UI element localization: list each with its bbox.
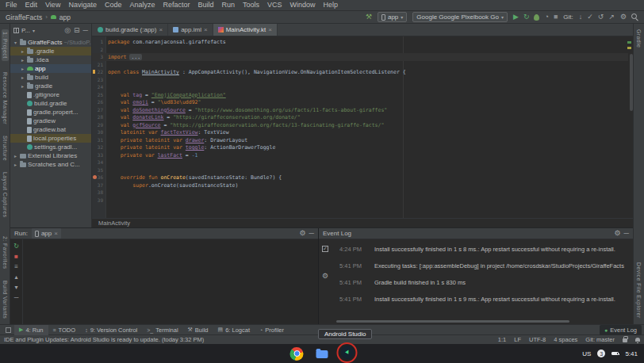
tree-item-gradlew-bat[interactable]: gradlew.bat <box>10 125 91 134</box>
hide-icon[interactable]: ─ <box>14 294 19 301</box>
pin-icon[interactable]: ≡ <box>14 263 18 270</box>
build-hammer-icon[interactable]: ⚒ <box>366 13 372 21</box>
code-line[interactable]: 36 override fun onCreate(savedInstanceSt… <box>92 174 628 182</box>
code-line[interactable]: 26 val emoji = "\ud83e\udd92" <box>92 98 628 106</box>
toolwindow-button-event-log[interactable]: ●Event Log <box>600 325 642 335</box>
settings-icon[interactable]: ⚙ <box>300 230 306 237</box>
minimize-icon[interactable]: ─ <box>309 230 314 237</box>
git-commit-icon[interactable]: ✓ <box>587 13 593 21</box>
code-line[interactable]: 28 val donateLink = "https://giraffecons… <box>92 113 628 121</box>
toolwindow-button-todo[interactable]: ≡TODO <box>48 325 81 335</box>
tree-item-giraffefacts[interactable]: ▾GiraffeFacts ~/StudioP... <box>10 38 91 47</box>
tool-button-resource-manager[interactable]: Resource Manager <box>2 72 8 124</box>
code-line[interactable]: 39 <box>92 197 628 204</box>
device-selector[interactable]: Google Google Pixelbook Go ▾ <box>412 12 508 22</box>
tool-button-build-variants[interactable]: Build Variants <box>2 281 8 319</box>
menu-item-navigate[interactable]: Navigate <box>64 0 101 10</box>
menu-item-window[interactable]: Window <box>286 0 320 10</box>
menu-item-file[interactable]: File <box>2 0 21 10</box>
toolwindow-quick-access-icon[interactable] <box>6 327 11 333</box>
code-line[interactable]: 21 <box>92 61 628 69</box>
settings-icon[interactable]: ⚙ <box>620 13 627 21</box>
code-line[interactable]: 24 <box>92 83 628 91</box>
toolwindow-button-9-version-control[interactable]: ↕9: Version Control <box>80 325 142 335</box>
search-everywhere-icon[interactable] <box>631 13 638 21</box>
android-studio-icon[interactable] <box>341 346 355 359</box>
clock[interactable]: 5:41 <box>625 350 638 357</box>
menu-item-run[interactable]: Run <box>218 0 240 10</box>
code-line[interactable]: 31 private lateinit var drawer: DrawerLa… <box>92 136 628 144</box>
menu-item-analyze[interactable]: Analyze <box>125 0 159 10</box>
project-panel-title[interactable]: P... <box>21 27 30 34</box>
tool-button-gradle[interactable]: Gradle <box>636 29 642 48</box>
tool-button-1-project[interactable]: 1: Project <box>2 29 9 61</box>
toolwindow-button-6-logcat[interactable]: ▤6: Logcat <box>213 325 255 335</box>
tree-item-scratches-and-c[interactable]: ▸Scratches and C... <box>10 160 91 169</box>
code-line[interactable]: 1package com.naranjaconsal.giraffefacts <box>92 38 628 46</box>
close-tab-icon[interactable]: × <box>204 26 208 33</box>
git-push-icon[interactable]: ↗ <box>608 13 615 21</box>
tree-item-gradle[interactable]: ▸.gradle <box>10 47 91 55</box>
up-icon[interactable]: ▴ <box>14 273 17 281</box>
event-log-entry[interactable]: 4:24 PMInstall successfully finished in … <box>339 246 630 253</box>
tool-button-structure[interactable]: Structure <box>2 136 8 161</box>
menu-item-help[interactable]: Help <box>320 0 343 10</box>
tree-item-gradle-propert[interactable]: gradle.propert... <box>10 108 91 117</box>
breadcrumb-module[interactable]: app <box>59 13 71 21</box>
locate-icon[interactable]: ◎ <box>64 27 71 34</box>
event-log-entry[interactable]: 5:41 PMInstall successfully finished in … <box>339 296 630 303</box>
close-icon[interactable]: × <box>54 230 58 237</box>
lock-icon[interactable] <box>623 338 627 342</box>
editor[interactable]: 1package com.naranjaconsal.giraffefacts2… <box>92 36 633 218</box>
event-log-entries[interactable]: 4:24 PMInstall successfully finished in … <box>339 246 630 303</box>
git-update-icon[interactable]: ↓ <box>579 13 583 21</box>
apply-changes-icon[interactable]: ↻ <box>523 13 530 21</box>
tool-button-layout-captures[interactable]: Layout Captures <box>2 172 8 217</box>
menu-item-view[interactable]: View <box>41 0 64 10</box>
log-settings-icon[interactable]: ⚙ <box>322 273 328 280</box>
menu-item-code[interactable]: Code <box>101 0 126 10</box>
settings-icon[interactable]: ⚙ <box>615 230 621 237</box>
tool-button-2-favorites[interactable]: 2: Favorites <box>2 236 8 269</box>
close-tab-icon[interactable]: × <box>268 26 272 33</box>
down-icon[interactable]: ▾ <box>14 284 17 291</box>
tree-item-local-properties[interactable]: local.properties <box>10 134 91 143</box>
menu-item-refactor[interactable]: Refactor <box>159 0 194 10</box>
menu-item-edit[interactable]: Edit <box>21 0 42 10</box>
stop-red-icon[interactable]: ■ <box>14 253 18 260</box>
toolwindow-button-4-run[interactable]: ▶4: Run <box>14 325 48 335</box>
status-message[interactable]: IDE and Plugin Updates: Android Studio i… <box>4 336 204 343</box>
tree-item-settings-gradl[interactable]: settings.gradl... <box>10 143 91 151</box>
toolwindow-button-build[interactable]: ⚒Build <box>183 325 213 335</box>
tree-item-external-libraries[interactable]: ▸External Libraries <box>10 151 91 160</box>
editor-tab-build-gradle-app[interactable]: build.gradle (:app)× <box>93 24 168 36</box>
toolwindow-button-profiler[interactable]: ◔Profiler <box>255 325 289 335</box>
system-tray[interactable]: US 3 5:41 <box>582 350 638 357</box>
run-icon[interactable]: ▶ <box>513 13 519 21</box>
code-line[interactable]: 35 <box>92 166 628 174</box>
code-line[interactable]: 23 <box>92 76 628 84</box>
run-config-selector[interactable]: app ▾ <box>378 12 407 22</box>
git-rollback-icon[interactable]: ↺ <box>598 13 604 21</box>
caret-position[interactable]: 1:1 <box>498 336 506 343</box>
editor-tab-app-iml[interactable]: app.iml× <box>168 24 213 36</box>
git-branch[interactable]: Git: master <box>585 336 615 343</box>
code-line[interactable]: 32 private lateinit var toggle: ActionBa… <box>92 143 628 151</box>
tree-item-build[interactable]: ▸build <box>10 73 91 82</box>
stop-icon[interactable]: ■ <box>554 13 558 21</box>
tree-item-gitignore[interactable]: .gitignore <box>10 90 91 99</box>
menu-item-tools[interactable]: Tools <box>239 0 263 10</box>
minimize-icon[interactable]: ─ <box>624 230 629 237</box>
code-line[interactable]: 2 <box>92 46 628 54</box>
tree-item-build-gradle[interactable]: build.gradle <box>10 99 91 108</box>
code-line[interactable]: 25 val tag = "EmojiCompatApplication" <box>92 91 628 99</box>
files-app-icon[interactable] <box>316 347 329 361</box>
debug-icon[interactable] <box>534 14 539 21</box>
code-line[interactable]: 22open class MainActivity : AppCompatAct… <box>92 68 628 76</box>
code-line[interactable]: 30 lateinit var factTextView: TextView <box>92 128 628 136</box>
code-line[interactable]: 3import ... <box>92 53 628 61</box>
keyboard-layout[interactable]: US <box>582 350 591 357</box>
tree-item-gradlew[interactable]: gradlew <box>10 117 91 125</box>
code-line[interactable]: 33 private var lastFact = -1 <box>92 151 628 159</box>
menu-item-build[interactable]: Build <box>194 0 217 10</box>
